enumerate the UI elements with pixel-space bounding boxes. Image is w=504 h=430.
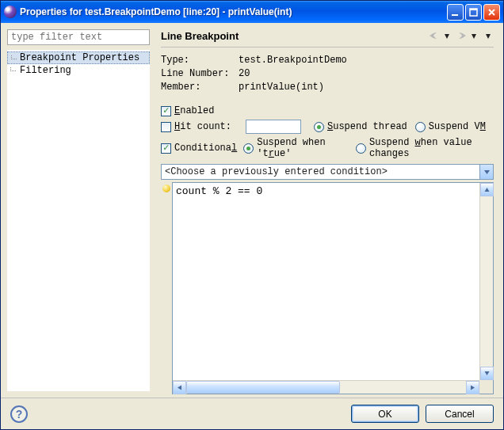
enabled-label: Enabled (174, 105, 214, 116)
info-type-value: test.BreakpointDemo (239, 54, 347, 67)
hitcount-label: Hit count: (174, 121, 241, 132)
scroll-down-icon[interactable] (480, 367, 494, 380)
svg-rect-2 (470, 9, 477, 10)
maximize-button[interactable] (465, 4, 482, 21)
bottom-bar: ? OK Cancel (1, 398, 503, 429)
client-area: Breakpoint Properties Filtering Line Bre… (1, 23, 503, 398)
cancel-button[interactable]: Cancel (426, 405, 494, 423)
help-icon[interactable]: ? (10, 405, 28, 423)
info-line-label: Line Number: (161, 67, 239, 81)
window-title: Properties for test.BreakpointDemo [line… (20, 6, 445, 17)
suspend-when-true-radio[interactable] (243, 143, 254, 154)
info-member-label: Member: (161, 81, 239, 94)
ok-button[interactable]: OK (351, 405, 419, 423)
scroll-left-icon[interactable] (173, 381, 186, 394)
nav-forward-menu-icon[interactable]: ▾ (472, 30, 479, 41)
sidebar-item-filtering[interactable]: Filtering (7, 64, 150, 77)
nav-forward-icon[interactable] (454, 29, 468, 42)
info-member-value: printValue(int) (239, 81, 324, 94)
svg-rect-0 (452, 14, 458, 16)
suspend-thread-radio[interactable] (314, 122, 324, 132)
suspend-thread-label: Suspend thread (327, 121, 407, 132)
horizontal-scrollbar[interactable] (173, 380, 479, 394)
titlebar: Properties for test.BreakpointDemo [line… (1, 1, 503, 23)
hitcount-checkbox[interactable] (161, 122, 171, 132)
suspend-vm-label: Suspend VM (429, 121, 486, 132)
nav-back-icon[interactable] (427, 29, 441, 42)
suspend-when-changes-label: Suspend when value changes (369, 137, 494, 159)
header-divider (161, 47, 494, 48)
info-line-value: 20 (239, 67, 250, 81)
eclipse-icon (4, 6, 17, 18)
scroll-up-icon[interactable] (480, 183, 494, 196)
conditional-label: Conditional (174, 143, 237, 154)
scroll-thumb[interactable] (186, 381, 340, 394)
filter-input[interactable] (7, 29, 150, 45)
view-menu-icon[interactable]: ▾ (486, 30, 494, 41)
suspend-when-true-label: Suspend when 'true' (257, 137, 348, 159)
page-title: Line Breakpoint (161, 30, 426, 42)
lightbulb-icon[interactable] (162, 185, 170, 192)
main-header: Line Breakpoint ▾ ▾ ▾ (161, 29, 494, 47)
editor-gutter (161, 182, 172, 394)
minimize-button[interactable] (447, 4, 464, 21)
condition-history-dropdown[interactable]: <Choose a previously entered condition> (161, 164, 494, 180)
suspend-vm-radio[interactable] (415, 122, 426, 132)
info-type-label: Type: (161, 54, 239, 67)
suspend-when-changes-radio[interactable] (356, 143, 366, 154)
conditional-checkbox[interactable] (161, 143, 171, 154)
hitcount-input[interactable] (246, 120, 301, 134)
nav-back-menu-icon[interactable]: ▾ (445, 30, 452, 41)
scroll-corner (479, 380, 493, 394)
enabled-checkbox[interactable] (161, 106, 171, 116)
condition-code-text[interactable]: count % 2 == 0 (173, 183, 493, 394)
main-panel: Line Breakpoint ▾ ▾ ▾ Type: test.Breakpo… (156, 23, 503, 398)
chevron-down-icon[interactable] (479, 165, 493, 179)
close-button[interactable] (483, 4, 500, 21)
sidebar-item-breakpoint-properties[interactable]: Breakpoint Properties (7, 51, 150, 64)
sidebar-tree: Breakpoint Properties Filtering (7, 50, 150, 391)
condition-editor-area: count % 2 == 0 (161, 182, 494, 394)
condition-history-value: <Choose a previously entered condition> (162, 165, 479, 179)
breakpoint-info: Type: test.BreakpointDemo Line Number: 2… (161, 54, 494, 94)
condition-editor[interactable]: count % 2 == 0 (172, 182, 494, 394)
sidebar: Breakpoint Properties Filtering (1, 23, 156, 398)
breakpoint-options: Enabled Hit count: Suspend thread Suspen… (161, 105, 494, 162)
scroll-right-icon[interactable] (466, 381, 479, 394)
vertical-scrollbar[interactable] (479, 183, 493, 380)
